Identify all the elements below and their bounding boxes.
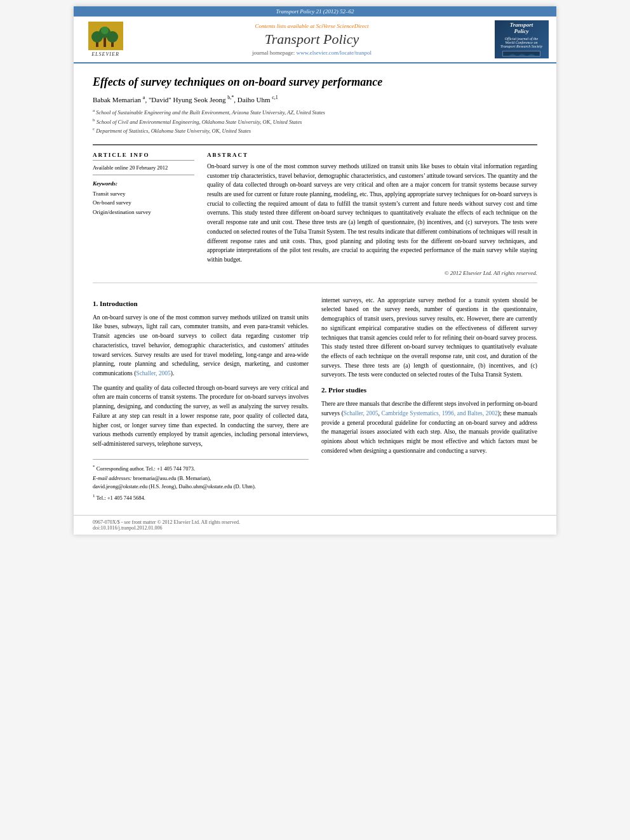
- journal-center: Contents lists available at SciVerse Sci…: [131, 23, 493, 56]
- keyword-od-survey: Origin/destination survey: [93, 208, 194, 217]
- journal-header: ELSEVIER Contents lists available at Sci…: [74, 17, 556, 63]
- article-info-column: ARTICLE INFO Available online 20 Februar…: [93, 152, 194, 276]
- article-info-abstract-section: ARTICLE INFO Available online 20 Februar…: [93, 152, 537, 276]
- footnote-corresponding: * Corresponding author. Tel.: +1 405 744…: [93, 463, 309, 473]
- tp-badge-title: TransportPolicy: [510, 22, 533, 35]
- body-columns: 1. Introduction An on-board survey is on…: [93, 296, 537, 504]
- divider-thin: [93, 283, 537, 283]
- divider-thick: [93, 144, 537, 145]
- body-paragraph-1: An on-board survey is one of the most co…: [93, 313, 309, 378]
- elsevier-wordmark: ELSEVIER: [91, 51, 119, 57]
- footer-doi: doi:10.1016/j.tranpol.2012.01.006: [93, 525, 537, 531]
- affiliation-c: c Department of Statistics, Oklahoma Sta…: [93, 126, 537, 135]
- elsevier-logo: ELSEVIER: [80, 22, 131, 57]
- keywords-list: Transit survey On-board survey Origin/de…: [93, 189, 194, 217]
- article-title: Effects of survey techniques on on-board…: [93, 75, 537, 90]
- top-bar: Transport Policy 21 (2012) 52–62: [74, 6, 556, 17]
- main-content: Effects of survey techniques on on-board…: [74, 63, 556, 515]
- affiliations: a School of Sustainable Engineering and …: [93, 107, 537, 135]
- ref-schaller-2005-1[interactable]: Schaller, 2005: [136, 370, 171, 377]
- tp-badge-sub: Official journal of theWorld Conference …: [500, 37, 542, 48]
- footer-copyright: 0967-070X/$ - see front matter © 2012 El…: [93, 519, 537, 525]
- page: Transport Policy 21 (2012) 52–62 ELSEVIE…: [74, 6, 556, 535]
- section1-heading: 1. Introduction: [93, 298, 309, 309]
- abstract-column: ABSTRACT On-board survey is one of the m…: [207, 152, 537, 276]
- badge-background-svg: [503, 51, 540, 57]
- journal-homepage: journal homepage: www.elsevier.com/locat…: [131, 50, 493, 56]
- keyword-onboard-survey: On-board survey: [93, 198, 194, 207]
- keywords-label: Keywords:: [93, 180, 194, 187]
- abstract-text: On-board survey is one of the most commo…: [207, 162, 537, 265]
- article-info-label: ARTICLE INFO: [93, 152, 194, 161]
- journal-title: Transport Policy: [131, 31, 493, 48]
- body-left-column: 1. Introduction An on-board survey is on…: [93, 296, 309, 504]
- section2-heading: 2. Prior studies: [321, 385, 537, 396]
- footnote-1: 1 Tel.: +1 405 744 5684.: [93, 493, 309, 502]
- authors-line: Babak Memarian a, "David" Hyung Seok Jeo…: [93, 95, 537, 103]
- available-online: Available online 20 February 2012: [93, 164, 194, 175]
- elsevier-tree-svg: [90, 23, 121, 50]
- journal-logo-right: TransportPolicy Official journal of theW…: [493, 20, 550, 58]
- footnotes: * Corresponding author. Tel.: +1 405 744…: [93, 459, 309, 502]
- sciverse-link: Contents lists available at SciVerse Sci…: [131, 23, 493, 29]
- elsevier-tree-graphic: [88, 22, 123, 50]
- body-paragraph-right-2: There are three manuals that describe th…: [321, 399, 537, 455]
- homepage-url[interactable]: www.elsevier.com/locate/tranpol: [297, 50, 372, 56]
- keyword-transit-survey: Transit survey: [93, 189, 194, 198]
- svg-point-7: [101, 27, 109, 34]
- body-paragraph-right-1: internet surveys, etc. An appropriate su…: [321, 296, 537, 380]
- copyright-line: © 2012 Elsevier Ltd. All rights reserved…: [207, 270, 537, 276]
- journal-volume-info: Transport Policy 21 (2012) 52–62: [276, 8, 354, 15]
- abstract-label: ABSTRACT: [207, 152, 537, 158]
- ref-schaller-2005-2[interactable]: Schaller, 2005: [344, 410, 379, 417]
- authors-text: Babak Memarian a, "David" Hyung Seok Jeo…: [93, 96, 278, 103]
- body-right-column: internet surveys, etc. An appropriate su…: [321, 296, 537, 504]
- ref-cambridge[interactable]: Cambridge Systematics, 1996, and Baltes,…: [382, 410, 498, 417]
- footnote-emails: E-mail addresses: broemaria@asu.edu (B. …: [93, 474, 309, 491]
- sciverse-prefix: Contents lists available at SciVerse Sci…: [255, 23, 369, 29]
- svg-point-6: [107, 31, 118, 43]
- affiliation-a: a School of Sustainable Engineering and …: [93, 107, 537, 117]
- page-footer: 0967-070X/$ - see front matter © 2012 El…: [74, 515, 556, 535]
- homepage-label: journal homepage:: [252, 50, 295, 56]
- body-paragraph-2: The quantity and quality of data collect…: [93, 383, 309, 449]
- svg-rect-2: [104, 37, 106, 47]
- transport-policy-badge: TransportPolicy Official journal of theW…: [495, 20, 549, 58]
- affiliation-b: b School of Civil and Environmental Engi…: [93, 117, 537, 126]
